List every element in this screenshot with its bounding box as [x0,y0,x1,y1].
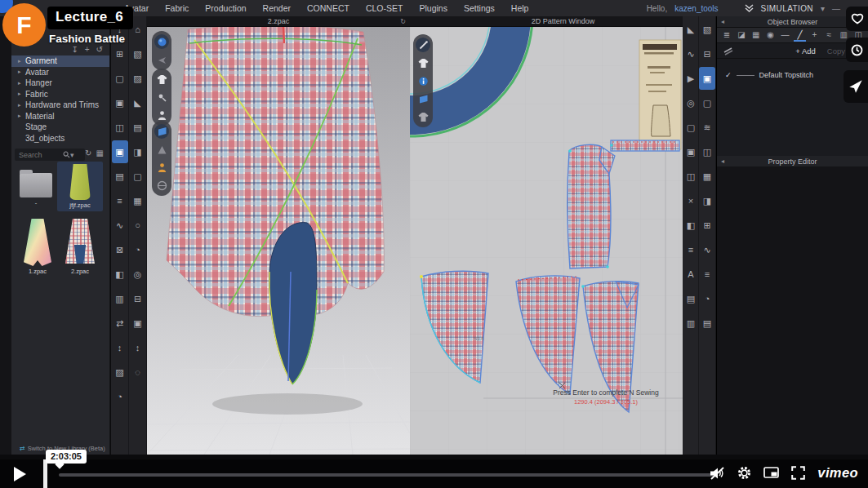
tool-icon[interactable]: ◎ [683,91,699,114]
settings-gear-icon[interactable] [737,466,751,480]
menu-item-render[interactable]: Render [263,3,291,13]
tool-icon[interactable]: ◧ [683,214,699,237]
library-item-jfjf[interactable]: jfjf.zpac [57,162,103,211]
tool-icon[interactable]: ⊠ [112,238,128,261]
fabric-2d-icon[interactable] [416,91,430,106]
search-filter-caret[interactable]: ▾ [70,151,74,159]
ghost-garment-icon[interactable] [416,109,430,124]
pattern-piece-waistband[interactable] [610,140,679,151]
cone-tool-icon[interactable] [154,142,169,157]
avatar-display-icon[interactable] [154,160,169,175]
object-browser-tab[interactable]: ≣ [720,29,733,42]
select-arrow-icon[interactable] [154,52,169,67]
tool-icon[interactable]: ≡ [683,238,699,261]
sidebar-item-hardware-and-trims[interactable]: ▸Hardware and Trims [11,100,109,111]
video-title[interactable]: Lecture_6 [47,7,133,29]
simulation-caret[interactable]: ▾ [821,4,825,13]
tool-icon[interactable]: ◌ [130,361,146,384]
tool-icon[interactable]: ▢ [683,116,699,139]
library-header-icon[interactable]: ↧ [71,45,78,54]
tool-icon[interactable]: ∿ [112,214,128,237]
object-browser-tab[interactable]: ╱ [794,29,807,42]
tool-icon[interactable]: ⊟ [130,287,146,310]
tool-icon[interactable]: A [683,263,699,286]
show-garment-icon[interactable] [154,72,169,87]
fabric-view-icon[interactable] [154,124,169,139]
channel-name[interactable]: Fashion Battle [49,33,125,45]
tool-icon[interactable]: ▨ [112,361,128,384]
sidebar-item-avatar[interactable]: ▸Avatar [11,67,109,78]
vimeo-logo[interactable]: vimeo [817,465,858,481]
tool-icon[interactable]: ∿ [699,238,715,261]
simulate-icon[interactable] [154,34,169,49]
library-item-2zpac[interactable]: 2.zpac [59,219,101,275]
tool-icon[interactable]: ▤ [699,312,715,335]
menu-item-settings[interactable]: Settings [464,3,495,13]
sidebar-item-3d-objects[interactable]: 3d_objects [11,133,109,144]
library-item-folder[interactable]: - [16,166,56,206]
object-browser-tab[interactable]: ― [779,29,792,42]
tool-icon[interactable]: ▢ [112,67,128,90]
tool-icon[interactable]: ▣ [130,312,146,335]
channel-avatar[interactable]: F [2,3,46,47]
tool-icon[interactable]: ⊞ [699,214,715,237]
tool-icon[interactable]: ▶ [683,67,699,90]
sidebar-item-hanger[interactable]: ▸Hanger [11,78,109,89]
tool-icon[interactable]: × [683,189,699,212]
minimize-button[interactable]: — [832,4,840,13]
tool-icon[interactable]: ▨ [130,67,146,90]
sidebar-item-stage[interactable]: Stage [11,122,109,133]
object-browser-tab[interactable]: ◉ [764,29,777,42]
tool-icon[interactable]: ▣ [683,140,699,163]
tab-3d-window[interactable]: 2.zpac ↻ [147,16,410,27]
tool-icon[interactable]: ◣ [683,18,699,41]
play-button[interactable] [14,467,26,481]
tool-icon[interactable]: ▥ [683,312,699,335]
add-button[interactable]: + Add [795,47,816,55]
tool-icon[interactable]: ○ [130,214,146,237]
sidebar-item-material[interactable]: ▸Material [11,111,109,122]
object-browser-tab[interactable]: ▦ [750,29,763,42]
tool-icon[interactable]: ▣ [699,67,715,90]
show-garment-2d-icon[interactable] [416,55,430,70]
tool-icon[interactable]: ≡ [699,263,715,286]
tool-icon[interactable]: ⇄ [112,312,128,335]
tool-icon[interactable]: ▦ [699,165,715,188]
tool-icon[interactable]: ▣ [112,91,128,114]
playhead[interactable] [43,459,47,488]
library-action-icon[interactable]: ▦ [96,149,103,157]
simulation-toggle[interactable]: SIMULATION [761,4,813,13]
pattern-piece-side-panel[interactable] [568,144,615,268]
like-button[interactable] [846,7,868,31]
environment-sphere-icon[interactable] [154,178,169,193]
pen-tool-icon[interactable] [416,38,430,52]
search-input[interactable] [17,150,63,160]
tool-icon[interactable]: ⊞ [112,42,128,65]
watch-later-button[interactable] [846,38,868,62]
tool-icon[interactable]: ◨ [130,140,146,163]
tool-icon[interactable]: ▤ [683,287,699,310]
tool-icon[interactable]: ▥ [112,287,128,310]
tool-icon[interactable]: ◧ [112,263,128,286]
viewport-3d[interactable] [147,27,410,455]
tool-icon[interactable]: ▧ [699,18,715,41]
tool-icon[interactable]: ◫ [699,140,715,163]
copy-button[interactable]: Copy [827,47,845,55]
object-browser-tab[interactable]: ◪ [735,29,748,42]
library-action-icon[interactable]: ↻ [85,149,91,157]
tool-icon[interactable]: ≋ [699,116,715,139]
tool-icon[interactable]: ⊟ [699,42,715,65]
tool-icon[interactable]: ◔ [699,287,715,310]
menu-item-clo-set[interactable]: CLO-SET [366,3,403,13]
tool-icon[interactable]: ▣ [112,140,128,163]
tool-icon[interactable]: ∿ [683,42,699,65]
seek-bar[interactable] [59,473,717,477]
sidebar-item-fabric[interactable]: ▸Fabric [11,89,109,100]
tool-icon[interactable]: ◫ [112,116,128,139]
collapse-icon[interactable]: ◂ [721,157,724,165]
menu-item-plugins[interactable]: Plugins [419,3,447,13]
tab-2d-window[interactable]: 2D Pattern Window ↻ [410,16,716,27]
volume-muted-icon[interactable] [710,467,725,480]
library-item-1zpac[interactable]: 1.zpac [18,219,57,275]
menu-item-help[interactable]: Help [511,3,529,13]
